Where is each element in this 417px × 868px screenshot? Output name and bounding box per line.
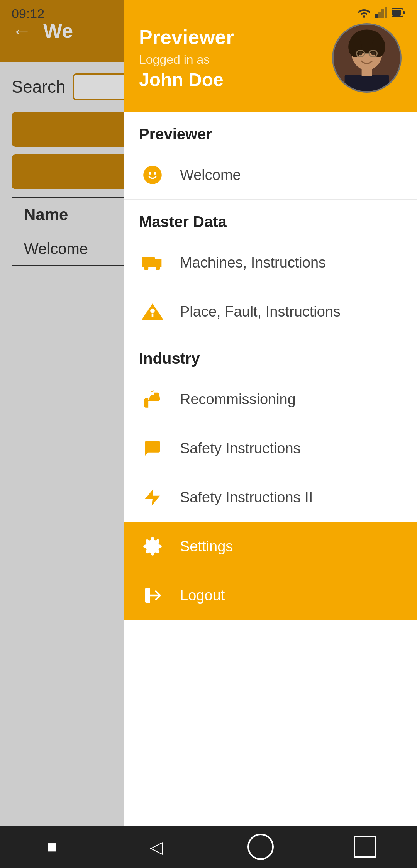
sidebar-item-welcome[interactable]: Welcome bbox=[124, 151, 417, 200]
nav-back-icon: ◁ bbox=[150, 837, 163, 857]
svg-point-16 bbox=[371, 52, 375, 56]
svg-rect-3 bbox=[385, 7, 387, 18]
drawer-logged-in-label: Logged in as bbox=[139, 53, 234, 67]
nav-back-btn[interactable]: ◁ bbox=[141, 831, 172, 862]
drawer-username: John Doe bbox=[139, 69, 234, 90]
sidebar-item-safety-instructions-ii-label: Safety Instructions II bbox=[180, 489, 313, 506]
bottom-navigation: ■ ◁ bbox=[0, 826, 417, 868]
svg-rect-2 bbox=[381, 9, 384, 18]
sidebar-item-settings[interactable]: Settings bbox=[124, 522, 417, 571]
avatar bbox=[332, 23, 402, 93]
svg-point-15 bbox=[359, 52, 363, 56]
sidebar-item-recommissioning[interactable]: Recommissioning bbox=[124, 375, 417, 424]
bolt-icon bbox=[139, 484, 166, 511]
section-header-industry: Industry bbox=[124, 336, 417, 375]
svg-rect-17 bbox=[345, 75, 389, 93]
chat-icon bbox=[139, 435, 166, 462]
truck-icon bbox=[139, 249, 166, 276]
thumbsup-icon bbox=[139, 386, 166, 413]
sidebar-item-safety-instructions-label: Safety Instructions bbox=[180, 440, 301, 457]
sidebar-item-safety-instructions-ii[interactable]: Safety Instructions II bbox=[124, 473, 417, 522]
smile-icon bbox=[139, 161, 166, 188]
drawer-app-name: Previewer bbox=[139, 25, 234, 49]
svg-rect-6 bbox=[392, 10, 401, 16]
sidebar-item-safety-instructions[interactable]: Safety Instructions bbox=[124, 424, 417, 473]
status-icons bbox=[358, 7, 405, 20]
sidebar-item-place-fault[interactable]: Place, Fault, Instructions bbox=[124, 287, 417, 336]
sidebar-item-settings-label: Settings bbox=[180, 538, 233, 555]
nav-home-icon bbox=[247, 834, 274, 860]
sidebar-item-logout-label: Logout bbox=[180, 587, 225, 604]
svg-point-21 bbox=[154, 172, 156, 175]
svg-point-20 bbox=[149, 172, 151, 175]
svg-rect-26 bbox=[152, 314, 154, 317]
section-header-master-data: Master Data bbox=[124, 200, 417, 238]
gear-icon bbox=[139, 533, 166, 560]
drawer-content: Previewer Welcome Master Data Machines, … bbox=[124, 112, 417, 826]
sidebar-item-place-fault-label: Place, Fault, Instructions bbox=[180, 303, 341, 320]
svg-rect-0 bbox=[375, 14, 378, 18]
svg-rect-1 bbox=[378, 12, 381, 18]
svg-rect-22 bbox=[142, 257, 155, 267]
sidebar-item-machines-instructions[interactable]: Machines, Instructions bbox=[124, 238, 417, 287]
status-time: 09:12 bbox=[12, 6, 44, 21]
svg-point-23 bbox=[144, 266, 149, 270]
sidebar-item-welcome-label: Welcome bbox=[180, 167, 241, 183]
section-header-previewer: Previewer bbox=[124, 112, 417, 151]
signal-icon bbox=[375, 7, 387, 20]
sidebar-item-logout[interactable]: Logout bbox=[124, 571, 417, 620]
road-icon bbox=[139, 298, 166, 325]
nav-square-icon: ■ bbox=[47, 837, 58, 856]
svg-rect-5 bbox=[403, 11, 405, 14]
svg-rect-18 bbox=[362, 68, 372, 76]
status-bar: 09:12 bbox=[0, 0, 417, 27]
logout-icon bbox=[139, 582, 166, 609]
svg-point-19 bbox=[143, 166, 162, 184]
svg-point-25 bbox=[150, 309, 155, 313]
drawer-header-text: Previewer Logged in as John Doe bbox=[139, 25, 234, 90]
nav-recent-icon bbox=[354, 836, 376, 858]
wifi-icon bbox=[358, 7, 371, 20]
nav-home-btn[interactable] bbox=[245, 831, 276, 862]
nav-recent-btn[interactable] bbox=[349, 831, 380, 862]
battery-icon bbox=[392, 7, 405, 20]
sidebar-item-machines-label: Machines, Instructions bbox=[180, 254, 326, 271]
sidebar-item-recommissioning-label: Recommissioning bbox=[180, 391, 296, 408]
svg-marker-27 bbox=[145, 489, 160, 505]
nav-square-btn[interactable]: ■ bbox=[37, 831, 68, 862]
drawer-panel: Previewer Logged in as John Doe bbox=[124, 0, 417, 826]
svg-point-24 bbox=[156, 266, 160, 270]
